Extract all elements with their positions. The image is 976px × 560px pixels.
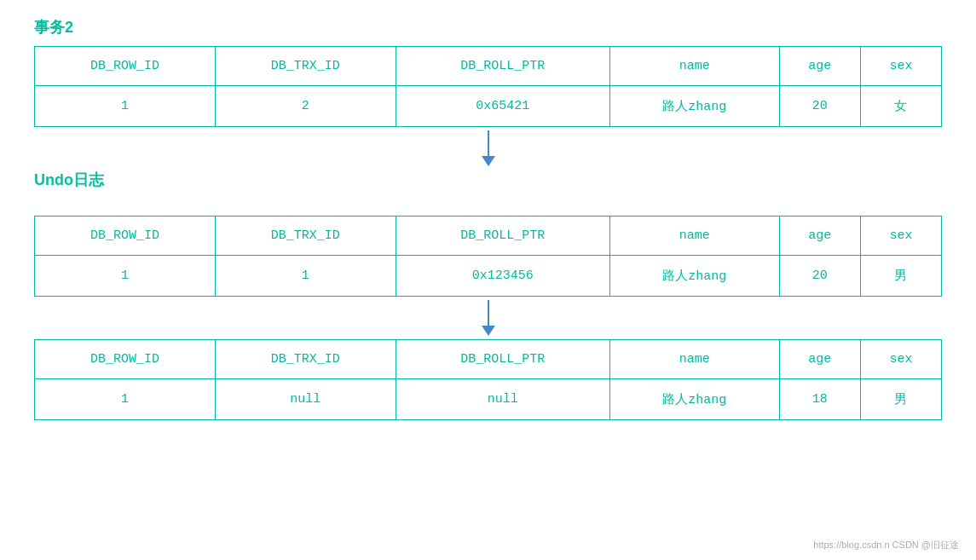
col-header-name-2: name: [609, 216, 779, 256]
col-header-sex-3: sex: [860, 340, 941, 379]
col-header-db-roll-ptr-2: DB_ROLL_PTR: [396, 216, 609, 256]
col-header-db-row-id-3: DB_ROW_ID: [35, 340, 216, 379]
arrow-head-1: [482, 156, 495, 166]
cell-3-name: 路人zhang: [609, 379, 779, 420]
table-2: DB_ROW_ID DB_TRX_ID DB_ROLL_PTR name age…: [34, 216, 942, 297]
cell-2-row-id: 1: [35, 256, 216, 297]
arrow-down-2: [482, 300, 495, 336]
watermark: https://blog.csdn.n CSDN @旧征途: [813, 539, 959, 551]
col-header-db-trx-id-2: DB_TRX_ID: [215, 216, 396, 256]
col-header-db-row-id-1: DB_ROW_ID: [35, 47, 216, 86]
arrow-down-1: [482, 130, 495, 166]
col-header-age-3: age: [779, 340, 860, 379]
arrow-line-1: [488, 130, 489, 156]
col-header-db-trx-id-1: DB_TRX_ID: [215, 47, 396, 86]
arrow-line-2: [488, 300, 489, 326]
cell-2-sex: 男: [860, 256, 941, 297]
col-header-name-1: name: [609, 47, 779, 86]
table-3-data-row: 1 null null 路人zhang 18 男: [35, 379, 942, 420]
cell-2-age: 20: [779, 256, 860, 297]
col-header-sex-1: sex: [860, 47, 941, 86]
table-1-data-row: 1 2 0x65421 路人zhang 20 女: [35, 86, 942, 127]
cell-3-age: 18: [779, 379, 860, 420]
transaction-label: 事务2: [34, 17, 942, 38]
cell-1-sex: 女: [860, 86, 941, 127]
cell-1-row-id: 1: [35, 86, 216, 127]
col-header-sex-2: sex: [860, 216, 941, 256]
cell-3-trx-id: null: [215, 379, 396, 420]
arrow-2: [34, 297, 942, 339]
cell-3-sex: 男: [860, 379, 941, 420]
cell-1-trx-id: 2: [215, 86, 396, 127]
col-header-name-3: name: [609, 340, 779, 379]
table-2-header-row: DB_ROW_ID DB_TRX_ID DB_ROLL_PTR name age…: [35, 216, 942, 256]
undo-log-label: Undo日志: [34, 170, 942, 190]
cell-3-row-id: 1: [35, 379, 216, 420]
table-1: DB_ROW_ID DB_TRX_ID DB_ROLL_PTR name age…: [34, 46, 942, 127]
col-header-age-2: age: [779, 216, 860, 256]
col-header-db-roll-ptr-3: DB_ROLL_PTR: [396, 340, 609, 379]
cell-1-name: 路人zhang: [609, 86, 779, 127]
col-header-age-1: age: [779, 47, 860, 86]
table-3: DB_ROW_ID DB_TRX_ID DB_ROLL_PTR name age…: [34, 339, 942, 420]
cell-1-roll-ptr: 0x65421: [396, 86, 609, 127]
cell-2-roll-ptr: 0x123456: [396, 256, 609, 297]
col-header-db-trx-id-3: DB_TRX_ID: [215, 340, 396, 379]
cell-2-name: 路人zhang: [609, 256, 779, 297]
cell-2-trx-id: 1: [215, 256, 396, 297]
cell-1-age: 20: [779, 86, 860, 127]
table-1-header-row: DB_ROW_ID DB_TRX_ID DB_ROLL_PTR name age…: [35, 47, 942, 86]
table-2-data-row: 1 1 0x123456 路人zhang 20 男: [35, 256, 942, 297]
col-header-db-roll-ptr-1: DB_ROLL_PTR: [396, 47, 609, 86]
arrow-head-2: [482, 326, 495, 336]
col-header-db-row-id-2: DB_ROW_ID: [35, 216, 216, 256]
arrow-1: [34, 127, 942, 170]
table-3-header-row: DB_ROW_ID DB_TRX_ID DB_ROLL_PTR name age…: [35, 340, 942, 379]
cell-3-roll-ptr: null: [396, 379, 609, 420]
